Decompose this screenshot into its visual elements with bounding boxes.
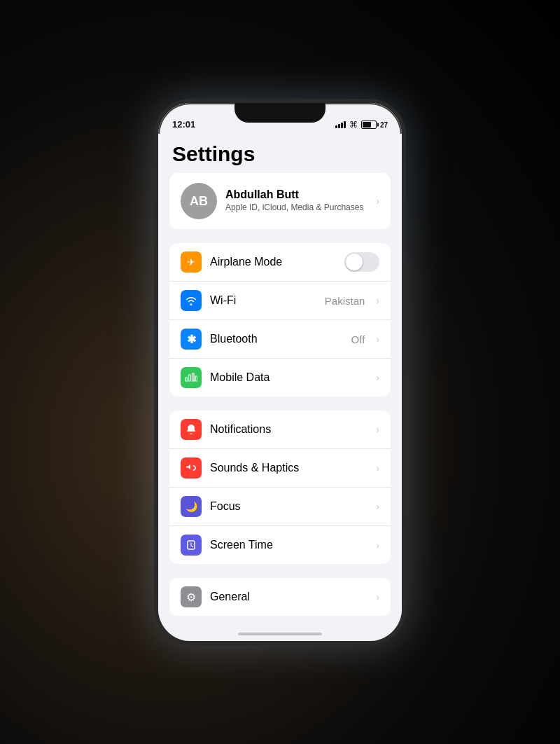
connectivity-group: ✈ Airplane Mode Wi-Fi: [169, 243, 391, 397]
battery-fill: [363, 122, 372, 128]
battery-icon: [361, 120, 377, 129]
sounds-haptics-row[interactable]: Sounds & Haptics ›: [169, 449, 391, 488]
screen-content: Settings AB Abdullah Butt Apple ID, iClo…: [158, 134, 402, 641]
avatar: AB: [181, 183, 217, 219]
toggle-knob: [346, 254, 363, 270]
bluetooth-label: Bluetooth: [210, 333, 343, 345]
focus-label: Focus: [210, 500, 368, 513]
mobile-data-icon: [181, 367, 202, 388]
profile-name: Abdullah Butt: [225, 188, 368, 201]
notifications-row[interactable]: Notifications ›: [169, 411, 391, 449]
general-chevron-icon: ›: [376, 591, 379, 602]
sounds-haptics-chevron-icon: ›: [376, 462, 379, 474]
screen-time-row[interactable]: Screen Time ›: [169, 526, 391, 564]
profile-chevron-icon: ›: [376, 195, 379, 207]
focus-icon: 🌙: [181, 496, 202, 517]
screen-time-icon: [181, 535, 202, 556]
general-label: General: [210, 591, 368, 603]
mobile-data-row[interactable]: Mobile Data ›: [169, 359, 391, 397]
wifi-chevron-icon: ›: [376, 295, 379, 306]
page-title: Settings: [158, 134, 402, 173]
phone-frame: 12:01 ⌘ 27 Settings: [154, 99, 406, 645]
notch: [234, 103, 326, 123]
general-group: ⚙ General ›: [169, 578, 391, 616]
profile-info: Abdullah Butt Apple ID, iCloud, Media & …: [225, 188, 368, 214]
wifi-row-icon: [181, 290, 202, 311]
notifications-label: Notifications: [210, 423, 368, 436]
bluetooth-icon: ✱: [181, 329, 202, 350]
home-indicator: [238, 633, 322, 635]
general-row[interactable]: ⚙ General ›: [169, 578, 391, 616]
signal-bars-icon: [335, 121, 346, 128]
general-icon: ⚙: [181, 586, 202, 607]
screen-time-label: Screen Time: [210, 539, 368, 551]
mobile-data-chevron-icon: ›: [376, 372, 379, 383]
wifi-icon: ⌘: [349, 120, 358, 130]
airplane-mode-row[interactable]: ✈ Airplane Mode: [169, 243, 391, 282]
focus-row[interactable]: 🌙 Focus ›: [169, 488, 391, 526]
notifications-chevron-icon: ›: [376, 424, 379, 435]
wifi-row[interactable]: Wi-Fi Pakistan ›: [169, 282, 391, 320]
profile-subtitle: Apple ID, iCloud, Media & Purchases: [225, 202, 368, 214]
screen-time-chevron-icon: ›: [376, 539, 379, 551]
notifications-group: Notifications › Sounds & Haptics ›: [169, 411, 391, 564]
bluetooth-row[interactable]: ✱ Bluetooth Off ›: [169, 320, 391, 359]
wifi-value: Pakistan: [325, 295, 365, 307]
mobile-data-label: Mobile Data: [210, 371, 368, 384]
airplane-mode-label: Airplane Mode: [210, 256, 336, 268]
battery-percent: 27: [380, 121, 388, 129]
airplane-mode-icon: ✈: [181, 252, 202, 273]
sounds-haptics-label: Sounds & Haptics: [210, 462, 368, 474]
sounds-haptics-icon: [181, 457, 202, 478]
wifi-label: Wi-Fi: [210, 294, 316, 307]
bluetooth-chevron-icon: ›: [376, 333, 379, 345]
airplane-mode-toggle[interactable]: [344, 252, 379, 272]
focus-chevron-icon: ›: [376, 501, 379, 512]
notifications-icon: [181, 419, 202, 440]
status-time: 12:01: [172, 119, 195, 130]
bluetooth-value: Off: [351, 333, 365, 345]
profile-card[interactable]: AB Abdullah Butt Apple ID, iCloud, Media…: [169, 173, 391, 229]
status-icons: ⌘ 27: [335, 120, 388, 130]
